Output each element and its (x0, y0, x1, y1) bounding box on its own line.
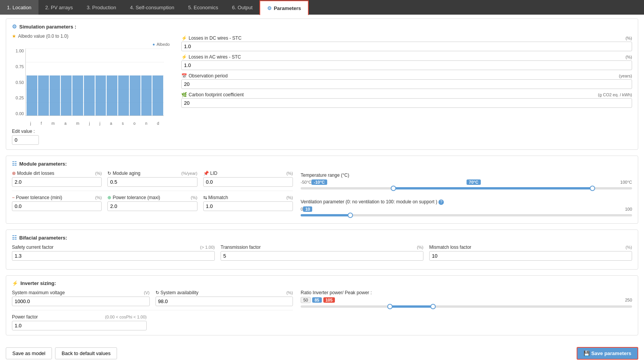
temperature-slider-thumb-min[interactable] (391, 186, 396, 191)
transmission-input[interactable] (221, 251, 423, 261)
ratio-slider-thumb-min[interactable] (387, 304, 393, 309)
bifacial-section-title: ☷ Bifacial parameters: (12, 235, 632, 241)
inverter-section: ⚡ Inverter sizing: System maximum voltag… (6, 275, 638, 335)
help-icon[interactable]: ? (438, 199, 444, 205)
simulation-section-title: ⚙ Simulation parameters : (12, 23, 632, 30)
inverter-right-slider: Ratio Inverter power/ Peak power : 50 85… (301, 290, 632, 330)
ratio-slider-fill (390, 305, 433, 308)
chart-bar (27, 75, 37, 116)
mismatch-input[interactable] (203, 201, 293, 211)
mismatch-loss-input[interactable] (429, 251, 632, 261)
mismatch-icon: ⇆ (203, 195, 207, 200)
power-tolerance-max-input[interactable] (107, 201, 197, 211)
temperature-slider-fill (393, 187, 592, 189)
legend-dot: ● (152, 42, 155, 47)
nav-item-parameters[interactable]: ⚙ Parameters (259, 0, 309, 15)
lightning-inverter-icon: ⚡ (12, 280, 18, 286)
system-voltage-input[interactable] (12, 297, 150, 306)
nav-item-pv-arrays[interactable]: 2. PV arrays (38, 0, 80, 15)
module-section-title: ☷ Module parameters: (12, 161, 632, 167)
power-tolerance-min-input[interactable] (12, 201, 102, 211)
module-params-layout: ⊗ Module dirt losses (%) ↻ Module aging (12, 171, 632, 219)
aging-input[interactable] (107, 177, 197, 187)
albedo-title: ★ Albedo value (0.0 to 1.0) (12, 34, 174, 39)
save-parameters-button[interactable]: 💾 Save parameters (577, 347, 638, 360)
mismatch-loss-field: Mismatch loss factor (%) (429, 245, 632, 261)
module-row1: ⊗ Module dirt losses (%) ↻ Module aging (12, 171, 293, 187)
back-to-default-button[interactable]: Back to default values (55, 347, 117, 359)
inverter-left: System maximum voltage (V) ↻ System avai… (12, 290, 293, 330)
leaf-icon: 🌿 (181, 92, 187, 97)
pin-icon: 📌 (203, 171, 209, 176)
system-availability-input[interactable] (156, 297, 293, 306)
inverter-section-title: ⚡ Inverter sizing: (12, 280, 632, 286)
edit-value-input[interactable] (12, 135, 39, 145)
observation-period-input[interactable] (181, 79, 632, 89)
chart-bar (118, 75, 129, 116)
inverter-top-fields: System maximum voltage (V) ↻ System avai… (12, 290, 293, 306)
ratio-slider-thumb-max[interactable] (430, 304, 436, 309)
chart-bar (50, 75, 60, 116)
system-availability-field: ↻ System availability (%) (156, 290, 293, 306)
clock-icon: ↻ (107, 171, 111, 176)
aging-field: ↻ Module aging (%/year) (107, 171, 197, 187)
clock-availability-icon: ↻ (156, 290, 159, 295)
power-factor-input[interactable] (12, 321, 147, 330)
top-navigation: 1. Location 2. PV arrays 3. Production 4… (0, 0, 644, 15)
observation-period-field: 📅 Observation period (years) (181, 73, 632, 89)
lid-input[interactable] (203, 177, 293, 187)
chart-bar (72, 75, 83, 116)
simulation-params-layout: ★ Albedo value (0.0 to 1.0) ● Albedo 1.0… (12, 34, 632, 145)
nav-label-location: 1. Location (7, 5, 32, 10)
ventilation-section: Ventilation parameter (0: no ventilation… (301, 197, 632, 216)
losses-dc-field: ⚡ Losses in DC wires - STC (%) (181, 35, 632, 51)
lightning-icon: ⚡ (181, 35, 187, 41)
ventilation-slider-fill (301, 214, 350, 216)
ratio-slider-track (301, 305, 632, 308)
nav-label-pv-arrays: 2. PV arrays (45, 5, 73, 10)
lightning-icon: ⚡ (181, 54, 187, 60)
dirt-losses-field: ⊗ Module dirt losses (%) (12, 171, 102, 187)
nav-label-parameters: Parameters (274, 5, 301, 11)
edit-value-section: Edit value : (12, 129, 174, 145)
nav-label-self-consumption: 4. Self-consumption (130, 5, 174, 10)
temperature-slider-thumb-max[interactable] (590, 186, 595, 191)
power-tolerance-min-field: − Power tolerance (mini) (%) (12, 195, 102, 211)
chart-bar (107, 75, 117, 116)
chart-bar (84, 75, 95, 116)
lid-field: 📌 LID (%) (203, 171, 293, 187)
nav-item-location[interactable]: 1. Location (0, 0, 38, 15)
chart-x-labels: j f m a m j j a s o n d (25, 121, 164, 126)
calendar-icon: 📅 (181, 73, 187, 79)
simulation-right-params: ⚡ Losses in DC wires - STC (%) ⚡ Losses … (181, 34, 632, 145)
losses-ac-input[interactable] (181, 60, 632, 70)
minus-circle-icon: ⊗ (12, 171, 16, 176)
nav-label-output: 6. Output (232, 5, 253, 10)
chart-bar (141, 75, 152, 116)
chart-bar (95, 75, 106, 116)
dirt-losses-input[interactable] (12, 177, 102, 187)
ventilation-slider-thumb[interactable] (348, 213, 353, 218)
nav-item-self-consumption[interactable]: 4. Self-consumption (123, 0, 181, 15)
albedo-section: ★ Albedo value (0.0 to 1.0) ● Albedo 1.0… (12, 34, 174, 145)
save-as-model-button[interactable]: Save as model (6, 347, 52, 359)
main-content: ⚙ Simulation parameters : ★ Albedo value… (0, 15, 644, 362)
chart-bar (130, 75, 141, 116)
nav-item-production[interactable]: 3. Production (80, 0, 123, 15)
carbon-footprint-input[interactable] (181, 98, 632, 108)
minus-icon: − (12, 195, 15, 200)
left-buttons: Save as model Back to default values (6, 347, 117, 359)
bifacial-section: ☷ Bifacial parameters: Safety current fa… (6, 230, 638, 270)
save-icon: 💾 (584, 350, 590, 356)
nav-item-output[interactable]: 6. Output (225, 0, 259, 15)
bifacial-params-grid: Safety current factor (> 1.00) Transmiss… (12, 245, 632, 261)
safety-current-input[interactable] (12, 251, 215, 261)
module-right-sliders: Temperature range (°C) -50°C -10°C 70°C … (301, 171, 632, 219)
module-row2: − Power tolerance (mini) (%) ⊕ Power tol… (12, 195, 293, 211)
inverter-layout: System maximum voltage (V) ↻ System avai… (12, 290, 632, 330)
losses-dc-input[interactable] (181, 42, 632, 51)
bottom-bar: Save as model Back to default values 💾 S… (6, 341, 638, 362)
nav-item-economics[interactable]: 5. Economics (181, 0, 225, 15)
system-voltage-field: System maximum voltage (V) (12, 290, 150, 306)
chart-bar (38, 75, 49, 116)
